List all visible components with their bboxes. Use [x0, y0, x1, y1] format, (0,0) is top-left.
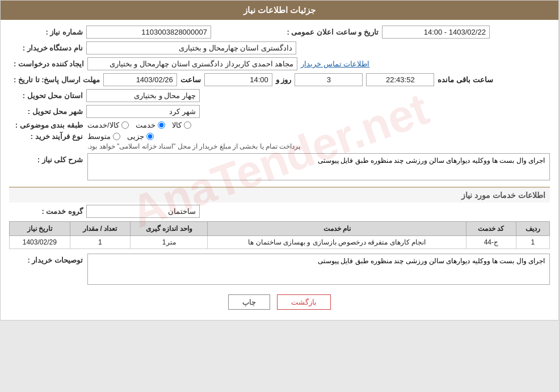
radio-jozii-input[interactable] — [146, 133, 154, 140]
eijad-konande-label: ایجاد کننده درخواست : — [9, 60, 84, 68]
mohlat-saat-label: ساعت — [180, 75, 201, 84]
toseeh-textarea — [87, 254, 550, 285]
radio-kala-khadamat[interactable]: کالا/خدمت — [87, 121, 129, 129]
shomara-niaz-value: 1103003828000007 — [86, 26, 211, 39]
nooe-note: پرداخت تمام یا بخشی از مبلغ خریدار از مح… — [87, 142, 300, 150]
ostan-value: چهار محال و بختیاری — [86, 89, 200, 102]
shahr-label: شهر محل تحویل : — [9, 107, 83, 116]
toseeh-label: توصیحات خریدار : — [9, 256, 83, 264]
radio-khadamat[interactable]: خدمت — [136, 121, 165, 129]
radio-jozii-label: جزیی — [127, 132, 144, 141]
tarikh-label: تاریخ و ساعت اعلان عمومی : — [283, 28, 379, 36]
eijad-konande-link[interactable]: اطلاعات تماس خریدار — [301, 60, 369, 68]
col-nam: نام خدمت — [208, 222, 466, 236]
radio-kala-khadamat-input[interactable] — [121, 121, 129, 129]
ostan-label: استان محل تحویل : — [9, 91, 83, 100]
radio-khadamat-input[interactable] — [158, 121, 165, 129]
shomara-niaz-label: شماره نیاز : — [9, 28, 83, 36]
sharh-textarea — [87, 153, 550, 180]
col-tedad: تعداد / مقدار — [70, 222, 130, 236]
radio-motevaset[interactable]: متوسط — [87, 132, 120, 141]
print-button[interactable]: چاپ — [228, 294, 270, 310]
page-title: جزئیات اطلاعات نیاز — [243, 5, 316, 15]
col-vahed: واحد اندازه گیری — [131, 222, 208, 236]
mohlat-rooz: 3 — [295, 73, 363, 86]
radio-motevaset-label: متوسط — [87, 132, 111, 141]
radio-jozii[interactable]: جزیی — [127, 132, 154, 141]
shahr-value: شهر کرد — [86, 105, 200, 118]
mohlat-mande: 22:43:52 — [366, 73, 434, 86]
page-header: جزئیات اطلاعات نیاز — [1, 1, 558, 20]
radio-kala-label: کالا — [172, 121, 182, 129]
mohlat-rooz-label: روز و — [276, 75, 292, 84]
radio-kala[interactable]: کالا — [172, 121, 191, 129]
mohlat-mande-label: ساعت باقی مانده — [438, 75, 493, 84]
col-kod: کد خدمت — [466, 222, 516, 236]
nam-dastgah-label: نام دستگاه خریدار : — [9, 44, 83, 52]
table-row: 1ج-44انجام کارهای متفرقه درخصوص بازسازی … — [10, 236, 550, 249]
radio-khadamat-label: خدمت — [136, 121, 155, 129]
radio-kala-input[interactable] — [184, 121, 191, 129]
nam-dastgah-value: دادگستری استان چهارمحال و بختیاری — [86, 41, 296, 54]
col-tarikh: تاریخ نیاز — [10, 222, 70, 236]
tabaqe-label: طبقه بندی موضوعی : — [9, 121, 83, 129]
nooe-label: نوع فرآیند خرید : — [9, 132, 83, 141]
col-radif: ردیف — [516, 222, 549, 236]
radio-motevaset-input[interactable] — [113, 133, 120, 140]
eijad-konande-value: مجاهد احمدی کاربرداز دادگستری استان چهار… — [87, 57, 297, 70]
mohlat-date: 1403/02/26 — [103, 73, 177, 86]
goroh-khadamat-value: ساختمان — [86, 205, 200, 218]
goroh-khadamat-label: گروه خدمت : — [9, 207, 83, 216]
buttons-row: بازگشت چاپ — [9, 294, 550, 310]
khadamat-section-title: اطلاعات خدمات مورد نیاز — [9, 187, 550, 203]
radio-kala-khadamat-label: کالا/خدمت — [87, 121, 119, 129]
services-table: ردیف کد خدمت نام خدمت واحد اندازه گیری ت… — [9, 221, 550, 249]
tarikh-value: 1403/02/22 - 14:00 — [382, 26, 490, 39]
mohlat-saat: 14:00 — [204, 73, 272, 86]
mohlat-label: مهلت ارسال پاسخ: تا تاریخ : — [9, 75, 100, 84]
back-button[interactable]: بازگشت — [277, 294, 331, 310]
sharh-label: شرح کلی نیاز : — [9, 155, 83, 164]
